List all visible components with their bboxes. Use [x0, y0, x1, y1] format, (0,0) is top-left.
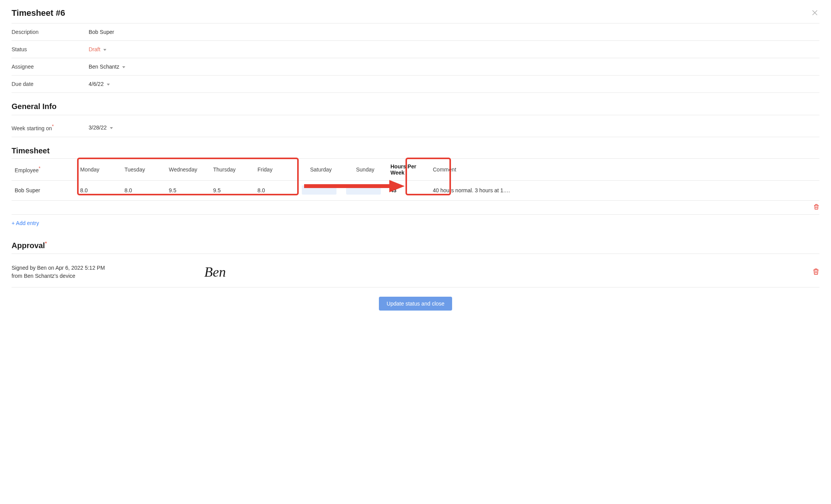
approval-heading: Approval*	[12, 241, 819, 254]
required-asterisk: *	[39, 166, 40, 171]
status-text: Draft	[89, 46, 100, 52]
general-info-heading: General Info	[12, 102, 819, 115]
th-tuesday: Tuesday	[121, 158, 166, 180]
th-hours-per-week: Hours Per Week	[387, 158, 430, 180]
week-starting-row: Week starting on* 3/28/22	[12, 118, 819, 137]
page-title: Timesheet #6	[12, 8, 65, 18]
timesheet-heading: Timesheet	[12, 146, 819, 155]
signature-row: Signed by Ben on Apr 6, 2022 5:12 PM fro…	[12, 257, 819, 287]
cell-sunday[interactable]	[343, 180, 387, 200]
due-date-text: 4/6/22	[89, 81, 104, 87]
timesheet-table: Employee* Monday Tuesday Wednesday Thurs…	[12, 158, 819, 201]
description-label: Description	[12, 29, 89, 35]
status-label: Status	[12, 46, 89, 52]
assignee-value[interactable]: Ben Schantz	[89, 64, 125, 70]
th-wednesday: Wednesday	[166, 158, 210, 180]
th-thursday: Thursday	[210, 158, 254, 180]
week-starting-text: 3/28/22	[89, 124, 107, 131]
trash-icon[interactable]	[812, 268, 819, 276]
th-sunday: Sunday	[343, 158, 387, 180]
week-starting-label-text: Week starting on	[12, 125, 52, 131]
cell-wednesday[interactable]: 9.5	[166, 180, 210, 200]
due-date-label: Due date	[12, 81, 89, 87]
cell-friday[interactable]: 8.0	[254, 180, 299, 200]
update-status-close-button[interactable]: Update status and close	[379, 297, 452, 311]
status-row: Status Draft	[12, 41, 819, 58]
signature-info: Signed by Ben on Apr 6, 2022 5:12 PM fro…	[12, 264, 197, 280]
cell-tuesday[interactable]: 8.0	[121, 180, 166, 200]
week-starting-label: Week starting on*	[12, 124, 89, 131]
chevron-down-icon	[122, 66, 125, 68]
chevron-down-icon	[103, 49, 106, 51]
cell-monday[interactable]: 8.0	[77, 180, 121, 200]
signature-line1: Signed by Ben on Apr 6, 2022 5:12 PM	[12, 264, 197, 272]
th-saturday: Saturday	[299, 158, 343, 180]
cell-thursday[interactable]: 9.5	[210, 180, 254, 200]
required-asterisk: *	[45, 241, 47, 246]
required-asterisk: *	[52, 124, 54, 129]
description-row: Description Bob Super	[12, 24, 819, 41]
week-starting-value[interactable]: 3/28/22	[89, 124, 113, 131]
chevron-down-icon	[110, 127, 113, 129]
table-row: Bob Super 8.0 8.0 9.5 9.5 8.0 43 40 hour…	[12, 180, 819, 200]
description-value[interactable]: Bob Super	[89, 29, 114, 35]
signature-image: Ben	[204, 264, 226, 280]
th-friday: Friday	[254, 158, 299, 180]
th-comment: Comment	[430, 158, 819, 180]
cell-employee[interactable]: Bob Super	[12, 180, 77, 200]
cell-saturday[interactable]	[299, 180, 343, 200]
add-entry-link[interactable]: + Add entry	[12, 215, 819, 232]
due-date-value[interactable]: 4/6/22	[89, 81, 110, 87]
th-employee-text: Employee	[15, 167, 39, 173]
delete-entry-row	[12, 201, 819, 215]
th-employee: Employee*	[12, 158, 77, 180]
signature-line2: from Ben Schantz's device	[12, 272, 197, 280]
due-date-row: Due date 4/6/22	[12, 76, 819, 93]
sunday-input[interactable]	[346, 185, 381, 195]
cell-comment[interactable]: 40 hours normal. 3 hours at 1.…	[430, 180, 819, 200]
assignee-label: Assignee	[12, 64, 89, 70]
th-monday: Monday	[77, 158, 121, 180]
saturday-input[interactable]	[302, 185, 336, 195]
trash-icon[interactable]	[813, 205, 819, 211]
approval-heading-text: Approval	[12, 241, 45, 249]
chevron-down-icon	[107, 84, 110, 86]
close-icon[interactable]	[810, 8, 819, 18]
status-value[interactable]: Draft	[89, 46, 106, 52]
assignee-text: Ben Schantz	[89, 64, 119, 70]
cell-hours-per-week: 43	[387, 180, 430, 200]
assignee-row: Assignee Ben Schantz	[12, 58, 819, 76]
